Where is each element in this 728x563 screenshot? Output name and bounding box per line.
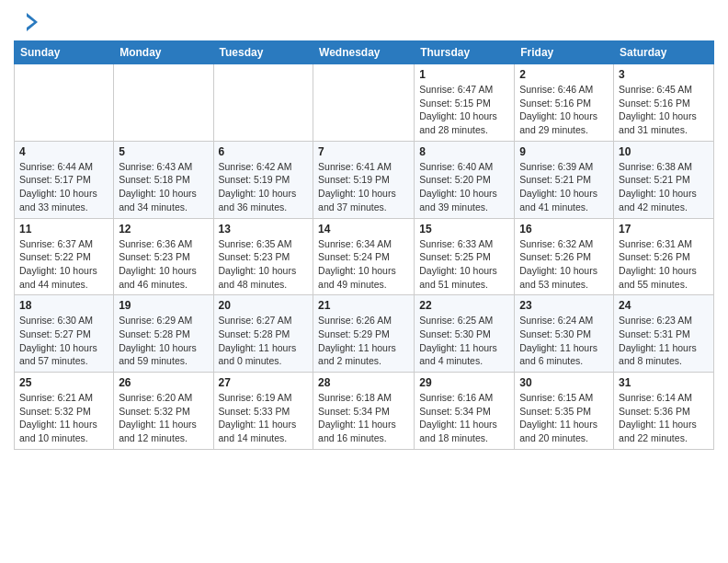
day-info: Sunrise: 6:20 AMSunset: 5:32 PMDaylight:… xyxy=(119,391,208,445)
day-number: 12 xyxy=(119,223,208,236)
calendar-cell: 23Sunrise: 6:24 AMSunset: 5:30 PMDayligh… xyxy=(515,295,614,373)
calendar-cell: 5Sunrise: 6:43 AMSunset: 5:18 PMDaylight… xyxy=(114,141,213,218)
day-number: 26 xyxy=(119,376,208,389)
calendar-cell xyxy=(213,64,313,142)
day-number: 11 xyxy=(19,223,108,236)
calendar-cell: 7Sunrise: 6:41 AMSunset: 5:19 PMDaylight… xyxy=(313,141,415,218)
day-info: Sunrise: 6:32 AMSunset: 5:26 PMDaylight:… xyxy=(519,237,609,292)
day-number: 2 xyxy=(519,68,609,81)
day-number: 22 xyxy=(419,299,509,312)
day-number: 31 xyxy=(619,376,709,389)
day-number: 17 xyxy=(619,223,709,236)
day-info: Sunrise: 6:31 AMSunset: 5:26 PMDaylight:… xyxy=(619,237,709,292)
calendar-cell: 13Sunrise: 6:35 AMSunset: 5:23 PMDayligh… xyxy=(213,218,313,295)
day-info: Sunrise: 6:33 AMSunset: 5:25 PMDaylight:… xyxy=(419,237,509,292)
day-number: 13 xyxy=(219,223,309,236)
day-number: 30 xyxy=(519,376,609,389)
day-info: Sunrise: 6:29 AMSunset: 5:28 PMDaylight:… xyxy=(119,314,208,368)
calendar-cell: 31Sunrise: 6:14 AMSunset: 5:36 PMDayligh… xyxy=(614,373,714,450)
day-info: Sunrise: 6:26 AMSunset: 5:29 PMDaylight:… xyxy=(318,314,409,368)
day-number: 3 xyxy=(619,68,709,81)
calendar-cell: 3Sunrise: 6:45 AMSunset: 5:16 PMDaylight… xyxy=(614,64,714,142)
calendar-cell xyxy=(114,64,213,142)
calendar-cell: 21Sunrise: 6:26 AMSunset: 5:29 PMDayligh… xyxy=(313,295,415,373)
calendar-cell: 2Sunrise: 6:46 AMSunset: 5:16 PMDaylight… xyxy=(515,64,614,142)
day-number: 27 xyxy=(219,376,309,389)
calendar-cell: 20Sunrise: 6:27 AMSunset: 5:28 PMDayligh… xyxy=(213,295,313,373)
day-number: 19 xyxy=(119,299,208,312)
day-info: Sunrise: 6:24 AMSunset: 5:30 PMDaylight:… xyxy=(519,314,609,368)
day-info: Sunrise: 6:25 AMSunset: 5:30 PMDaylight:… xyxy=(419,314,509,368)
day-header-thursday: Thursday xyxy=(415,41,515,64)
day-number: 29 xyxy=(419,376,509,389)
day-info: Sunrise: 6:38 AMSunset: 5:21 PMDaylight:… xyxy=(619,160,709,214)
day-info: Sunrise: 6:18 AMSunset: 5:34 PMDaylight:… xyxy=(318,391,409,445)
page-header xyxy=(14,9,714,35)
day-number: 23 xyxy=(519,299,609,312)
calendar-cell: 11Sunrise: 6:37 AMSunset: 5:22 PMDayligh… xyxy=(15,218,114,295)
calendar-table: SundayMondayTuesdayWednesdayThursdayFrid… xyxy=(14,40,714,450)
calendar-cell: 26Sunrise: 6:20 AMSunset: 5:32 PMDayligh… xyxy=(114,373,213,450)
day-info: Sunrise: 6:47 AMSunset: 5:15 PMDaylight:… xyxy=(419,83,509,137)
calendar-cell: 18Sunrise: 6:30 AMSunset: 5:27 PMDayligh… xyxy=(15,295,114,373)
day-number: 9 xyxy=(519,145,609,158)
day-info: Sunrise: 6:34 AMSunset: 5:24 PMDaylight:… xyxy=(318,237,409,292)
day-info: Sunrise: 6:15 AMSunset: 5:35 PMDaylight:… xyxy=(519,391,609,445)
day-number: 20 xyxy=(219,299,309,312)
day-header-tuesday: Tuesday xyxy=(213,41,313,64)
day-header-monday: Monday xyxy=(114,41,213,64)
day-number: 5 xyxy=(119,145,208,158)
day-number: 14 xyxy=(318,223,409,236)
day-info: Sunrise: 6:40 AMSunset: 5:20 PMDaylight:… xyxy=(419,160,509,214)
day-info: Sunrise: 6:39 AMSunset: 5:21 PMDaylight:… xyxy=(519,160,609,214)
calendar-cell: 22Sunrise: 6:25 AMSunset: 5:30 PMDayligh… xyxy=(415,295,515,373)
day-number: 1 xyxy=(419,68,509,81)
day-number: 15 xyxy=(419,223,509,236)
day-info: Sunrise: 6:30 AMSunset: 5:27 PMDaylight:… xyxy=(19,314,108,368)
day-number: 24 xyxy=(619,299,709,312)
day-number: 28 xyxy=(318,376,409,389)
calendar-cell: 30Sunrise: 6:15 AMSunset: 5:35 PMDayligh… xyxy=(515,373,614,450)
calendar-week-row: 4Sunrise: 6:44 AMSunset: 5:17 PMDaylight… xyxy=(15,141,714,218)
day-number: 6 xyxy=(219,145,309,158)
day-number: 7 xyxy=(318,145,409,158)
day-info: Sunrise: 6:45 AMSunset: 5:16 PMDaylight:… xyxy=(619,83,709,137)
day-header-sunday: Sunday xyxy=(15,41,114,64)
day-number: 16 xyxy=(519,223,609,236)
day-number: 25 xyxy=(19,376,108,389)
day-info: Sunrise: 6:21 AMSunset: 5:32 PMDaylight:… xyxy=(19,391,108,445)
calendar-cell xyxy=(313,64,415,142)
day-info: Sunrise: 6:19 AMSunset: 5:33 PMDaylight:… xyxy=(219,391,309,445)
calendar-header-row: SundayMondayTuesdayWednesdayThursdayFrid… xyxy=(15,41,714,64)
calendar-cell: 1Sunrise: 6:47 AMSunset: 5:15 PMDaylight… xyxy=(415,64,515,142)
day-info: Sunrise: 6:46 AMSunset: 5:16 PMDaylight:… xyxy=(519,83,609,137)
calendar-week-row: 1Sunrise: 6:47 AMSunset: 5:15 PMDaylight… xyxy=(15,64,714,142)
calendar-cell: 25Sunrise: 6:21 AMSunset: 5:32 PMDayligh… xyxy=(15,373,114,450)
day-number: 10 xyxy=(619,145,709,158)
day-number: 21 xyxy=(318,299,409,312)
calendar-cell: 24Sunrise: 6:23 AMSunset: 5:31 PMDayligh… xyxy=(614,295,714,373)
calendar-cell: 4Sunrise: 6:44 AMSunset: 5:17 PMDaylight… xyxy=(15,141,114,218)
calendar-cell: 29Sunrise: 6:16 AMSunset: 5:34 PMDayligh… xyxy=(415,373,515,450)
calendar-cell xyxy=(15,64,114,142)
calendar-week-row: 18Sunrise: 6:30 AMSunset: 5:27 PMDayligh… xyxy=(15,295,714,373)
day-header-saturday: Saturday xyxy=(614,41,714,64)
calendar-cell: 15Sunrise: 6:33 AMSunset: 5:25 PMDayligh… xyxy=(415,218,515,295)
calendar-cell: 16Sunrise: 6:32 AMSunset: 5:26 PMDayligh… xyxy=(515,218,614,295)
day-info: Sunrise: 6:16 AMSunset: 5:34 PMDaylight:… xyxy=(419,391,509,445)
day-info: Sunrise: 6:42 AMSunset: 5:19 PMDaylight:… xyxy=(219,160,309,214)
calendar-cell: 6Sunrise: 6:42 AMSunset: 5:19 PMDaylight… xyxy=(213,141,313,218)
calendar-cell: 14Sunrise: 6:34 AMSunset: 5:24 PMDayligh… xyxy=(313,218,415,295)
day-info: Sunrise: 6:36 AMSunset: 5:23 PMDaylight:… xyxy=(119,237,208,292)
logo xyxy=(14,9,43,35)
calendar-week-row: 11Sunrise: 6:37 AMSunset: 5:22 PMDayligh… xyxy=(15,218,714,295)
calendar-cell: 8Sunrise: 6:40 AMSunset: 5:20 PMDaylight… xyxy=(415,141,515,218)
calendar-cell: 17Sunrise: 6:31 AMSunset: 5:26 PMDayligh… xyxy=(614,218,714,295)
day-info: Sunrise: 6:35 AMSunset: 5:23 PMDaylight:… xyxy=(219,237,309,292)
logo-icon xyxy=(14,9,40,35)
day-header-wednesday: Wednesday xyxy=(313,41,415,64)
day-info: Sunrise: 6:27 AMSunset: 5:28 PMDaylight:… xyxy=(219,314,309,368)
day-info: Sunrise: 6:14 AMSunset: 5:36 PMDaylight:… xyxy=(619,391,709,445)
day-header-friday: Friday xyxy=(515,41,614,64)
day-info: Sunrise: 6:43 AMSunset: 5:18 PMDaylight:… xyxy=(119,160,208,214)
